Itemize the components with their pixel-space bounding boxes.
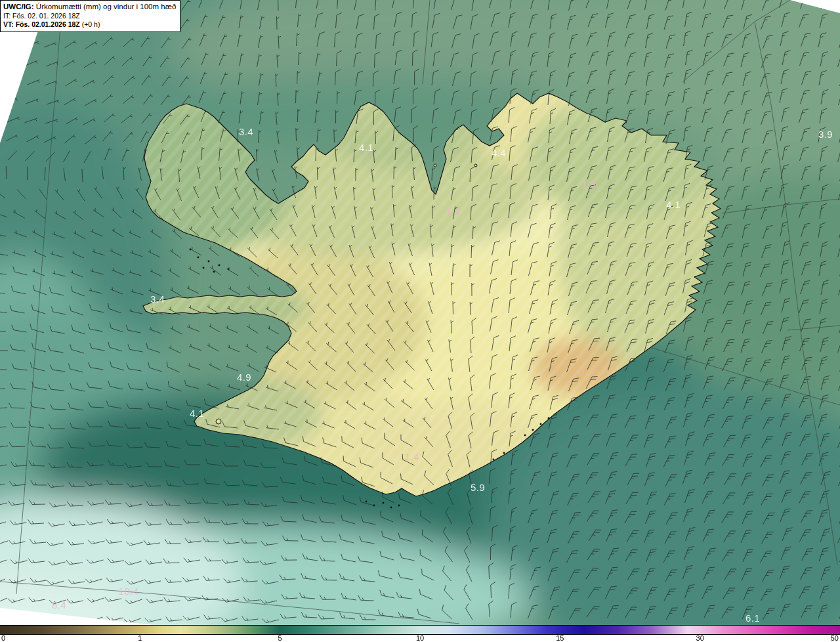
colorbar-tick-5: 5	[278, 634, 282, 642]
colorbar-tick-50: 50	[831, 634, 839, 642]
colorbar-tick-labels: 01510153050	[0, 635, 840, 642]
map-title: UWC/IG: Úrkomumætti (mm) og vindur i 100…	[3, 2, 176, 12]
valid-time-offset: (+0 h)	[80, 20, 100, 28]
colorbar-tick-15: 15	[556, 634, 564, 642]
colorbar-tick-1: 1	[138, 634, 142, 642]
weather-map	[0, 0, 840, 625]
colorbar-tick-0: 0	[1, 634, 5, 642]
valid-time-main: VT: Fös. 02.01.2026 18Z	[3, 20, 80, 28]
map-title-box: UWC/IG: Úrkomumætti (mm) og vindur i 100…	[0, 0, 180, 32]
product-id-label: UWC/IG:	[3, 3, 34, 11]
weather-map-app: 4.14.43.94.13.43.44.94.15.96.11.41.91.40…	[0, 0, 840, 642]
colorbar-tick-30: 30	[696, 634, 704, 642]
init-time: IT: Fös. 02. 01. 2026 18Z	[3, 12, 176, 20]
colorbar-gradient	[0, 625, 840, 635]
map-title-text: Úrkomumætti (mm) og vindur i 100m hæð	[34, 3, 177, 11]
precipitation-colorbar: 01510153050	[0, 625, 840, 642]
colorbar-tick-10: 10	[416, 634, 424, 642]
valid-time: VT: Fös. 02.01.2026 18Z (+0 h)	[3, 20, 176, 29]
